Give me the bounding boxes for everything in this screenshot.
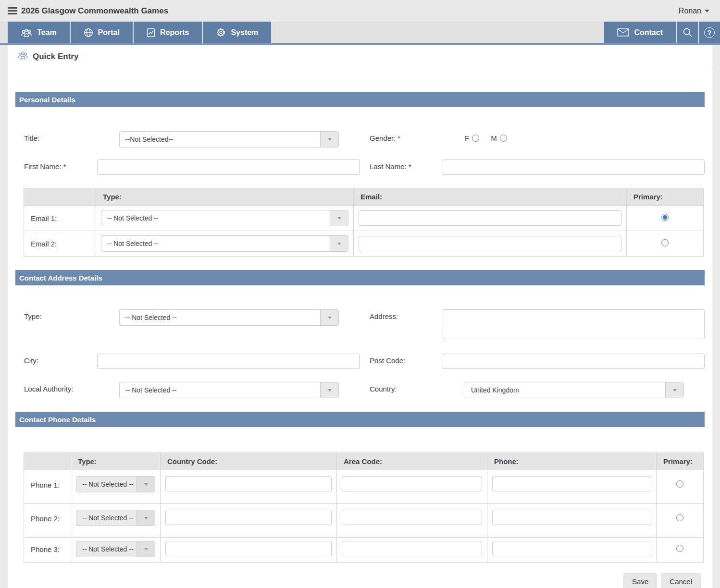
postcode-input[interactable]	[443, 354, 705, 369]
top-bar: 2026 Glasgow Commonwealth Games Ronan	[0, 0, 720, 22]
section-header-address-details: Contact Address Details	[15, 270, 705, 285]
email-header: Email:	[354, 188, 627, 206]
chevron-down-icon	[320, 132, 338, 147]
phone2-number-input[interactable]	[492, 510, 651, 525]
help-icon: ?	[704, 27, 715, 38]
email1-primary-radio[interactable]	[661, 214, 669, 221]
city-input[interactable]	[97, 354, 360, 369]
gender-f-radio[interactable]	[472, 135, 479, 142]
nav-tab-label: Team	[37, 28, 57, 37]
user-menu[interactable]: Ronan	[679, 7, 709, 15]
nav-tab-label: System	[231, 28, 258, 37]
city-label: City:	[15, 354, 97, 365]
phone3-type-select[interactable]: -- Not Selected --	[76, 541, 155, 557]
country-code-header: Country Code:	[161, 453, 337, 470]
address-textarea[interactable]	[443, 309, 705, 339]
save-button[interactable]: Save	[623, 573, 657, 588]
country-select[interactable]: United Kingdom	[465, 382, 684, 398]
nav-tab-label: Portal	[98, 28, 120, 37]
team-icon	[21, 28, 32, 37]
address-type-select[interactable]: -- Not Selected --	[119, 309, 339, 326]
table-row: Phone 2: -- Not Selected --	[24, 504, 704, 538]
search-button[interactable]	[677, 22, 698, 43]
gender-f-label: F	[465, 134, 469, 142]
nav-tab-system[interactable]: System	[203, 22, 271, 43]
chevron-down-icon	[137, 541, 155, 557]
page-title: Quick Entry	[33, 52, 78, 61]
nav-tab-label: Reports	[160, 28, 189, 37]
section-header-personal-details: Personal Details	[15, 92, 705, 107]
help-button[interactable]: ?	[699, 22, 720, 43]
gender-label: Gender: *	[360, 131, 465, 142]
chevron-down-icon	[320, 310, 338, 325]
email1-label: Email 1:	[24, 206, 96, 231]
phone-table: Type: Country Code: Area Code: Phone: Pr…	[24, 453, 704, 563]
chevron-down-icon	[330, 236, 348, 251]
chevron-down-icon	[320, 382, 338, 398]
phone2-primary-radio[interactable]	[676, 514, 683, 521]
content-panel: Quick Entry Personal Details Title: --No…	[8, 45, 712, 588]
envelope-icon	[617, 28, 629, 37]
phone2-type-select[interactable]: -- Not Selected --	[76, 510, 155, 526]
last-name-label: Last Name: *	[360, 159, 443, 171]
phone3-country-code-input[interactable]	[165, 541, 332, 556]
globe-icon	[84, 28, 93, 37]
gender-m-radio[interactable]	[500, 135, 507, 142]
chevron-down-icon	[665, 382, 683, 398]
local-authority-select[interactable]: -- Not Selected --	[119, 382, 339, 398]
country-label: Country:	[360, 382, 465, 393]
first-name-label: First Name: *	[15, 159, 97, 171]
chevron-down-icon	[137, 510, 155, 526]
phone3-primary-radio[interactable]	[676, 545, 683, 552]
address-type-label: Type:	[15, 309, 119, 320]
report-icon	[147, 28, 155, 37]
phone3-area-code-input[interactable]	[342, 541, 482, 556]
phone3-number-input[interactable]	[492, 541, 651, 556]
email1-input[interactable]	[359, 210, 621, 226]
first-name-input[interactable]	[97, 159, 360, 175]
table-row: Email 2: -- Not Selected --	[24, 231, 704, 257]
nav-tab-portal[interactable]: Portal	[71, 22, 133, 43]
contact-button-label: Contact	[634, 28, 663, 37]
email1-type-select[interactable]: -- Not Selected --	[101, 210, 348, 226]
phone-table-corner	[24, 453, 71, 470]
phone2-country-code-input[interactable]	[165, 510, 332, 525]
gender-m-label: M	[491, 134, 497, 142]
hamburger-menu-icon[interactable]	[8, 7, 17, 14]
chevron-down-icon	[705, 10, 709, 12]
main-nav: Team Portal Reports	[0, 22, 720, 45]
nav-tab-reports[interactable]: Reports	[134, 22, 202, 43]
last-name-input[interactable]	[443, 159, 705, 175]
email2-input[interactable]	[359, 236, 621, 251]
user-name: Ronan	[679, 7, 701, 15]
area-code-header: Area Code:	[337, 453, 487, 470]
cancel-button[interactable]: Cancel	[661, 573, 701, 588]
email2-primary-radio[interactable]	[661, 239, 669, 246]
contact-button[interactable]: Contact	[604, 22, 676, 43]
email2-label: Email 2:	[24, 231, 96, 257]
section-header-phone-details: Contact Phone Details	[15, 412, 705, 427]
phone-header: Phone:	[487, 453, 657, 470]
quick-entry-icon	[17, 51, 28, 62]
gear-icon	[216, 27, 226, 37]
phone1-number-input[interactable]	[492, 476, 651, 491]
phone3-label: Phone 3:	[24, 538, 71, 563]
local-authority-label: Local Authority:	[15, 382, 119, 393]
search-icon	[683, 27, 693, 37]
email-type-header: Type:	[96, 188, 354, 206]
app-title: 2026 Glasgow Commonwealth Games	[21, 6, 168, 16]
table-row: Phone 3: -- Not Selected --	[24, 538, 704, 563]
chevron-down-icon	[330, 210, 348, 226]
phone1-area-code-input[interactable]	[342, 476, 482, 491]
email-table-corner	[24, 188, 96, 206]
phone1-type-select[interactable]: -- Not Selected --	[76, 476, 155, 492]
phone1-primary-radio[interactable]	[676, 480, 683, 488]
chevron-down-icon	[137, 477, 155, 492]
address-label: Address:	[360, 309, 443, 320]
email2-type-select[interactable]: -- Not Selected --	[101, 235, 348, 252]
phone1-country-code-input[interactable]	[165, 476, 332, 491]
title-select[interactable]: --Not Selected--	[119, 131, 339, 147]
nav-tab-team[interactable]: Team	[8, 22, 70, 43]
phone2-area-code-input[interactable]	[342, 510, 482, 525]
table-row: Email 1: -- Not Selected --	[24, 206, 704, 231]
